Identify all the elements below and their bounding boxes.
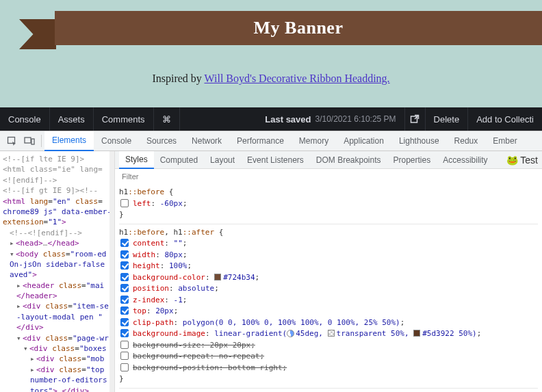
frog-icon[interactable]: 🐸 Test bbox=[506, 155, 538, 166]
dom-node[interactable]: number-of-editors bbox=[30, 376, 107, 384]
codepen-shortcuts-button[interactable]: ⌘ bbox=[154, 107, 180, 131]
styles-filter bbox=[115, 169, 542, 184]
element-picker-button[interactable] bbox=[4, 133, 19, 148]
delete-button[interactable]: Delete bbox=[426, 107, 469, 131]
inspect-icon bbox=[7, 136, 17, 146]
last-saved-time: 3/10/2021 6:10:25 PM bbox=[315, 114, 396, 124]
angle-icon[interactable] bbox=[287, 330, 294, 337]
tab-network[interactable]: Network bbox=[184, 131, 229, 151]
codepen-toolbar: Console Assets Comments ⌘ Last saved 3/1… bbox=[0, 107, 542, 131]
tab-console[interactable]: Console bbox=[94, 131, 139, 151]
tab-ember[interactable]: Ember bbox=[485, 131, 524, 151]
devtools-panel: Elements Console Sources Network Perform… bbox=[0, 131, 542, 392]
tab-redux[interactable]: Redux bbox=[447, 131, 486, 151]
css-rule[interactable]: h1::before { left: -60px; } bbox=[119, 187, 538, 224]
subtab-event-listeners[interactable]: Event Listeners bbox=[241, 151, 310, 169]
tab-application[interactable]: Application bbox=[336, 131, 391, 151]
last-saved: Last saved 3/10/2021 6:10:25 PM bbox=[257, 107, 404, 131]
device-icon bbox=[24, 136, 35, 146]
toggle-checkbox[interactable] bbox=[120, 199, 129, 207]
tab-elements[interactable]: Elements bbox=[44, 131, 94, 151]
css-value[interactable]: -60px bbox=[160, 199, 183, 208]
popout-icon bbox=[410, 114, 420, 124]
tab-lighthouse[interactable]: Lighthouse bbox=[391, 131, 447, 151]
codepen-comments-button[interactable]: Comments bbox=[94, 107, 154, 131]
toggle-checkbox[interactable] bbox=[120, 261, 129, 270]
last-saved-label: Last saved bbox=[265, 114, 311, 125]
dom-tree[interactable]: <!--[if lte IE 9]> <html class="ie" lang… bbox=[0, 151, 115, 392]
device-toggle-button[interactable] bbox=[22, 133, 37, 148]
codepen-console-button[interactable]: Console bbox=[0, 107, 50, 131]
color-swatch[interactable] bbox=[328, 330, 335, 337]
preview-pane: My Banner Inspired by Will Boyd's Decora… bbox=[0, 0, 542, 107]
toggle-checkbox[interactable] bbox=[120, 329, 129, 337]
toggle-checkbox[interactable] bbox=[120, 284, 129, 292]
toggle-checkbox[interactable] bbox=[120, 318, 129, 326]
dom-node[interactable]: <html class="ie" lang= bbox=[3, 165, 103, 174]
svg-rect-1 bbox=[8, 137, 14, 143]
toggle-checkbox[interactable] bbox=[120, 296, 129, 304]
svg-rect-2 bbox=[25, 138, 31, 143]
css-rules-list[interactable]: h1::before { left: -60px; } h1::before, … bbox=[115, 184, 542, 392]
banner-ribbon: My Banner bbox=[55, 11, 542, 45]
subtab-properties[interactable]: Properties bbox=[387, 151, 437, 169]
styles-filter-input[interactable] bbox=[115, 169, 542, 184]
credit-prefix: Inspired by bbox=[152, 73, 204, 84]
credit-link[interactable]: Will Boyd's Decorative Ribbon Headding. bbox=[205, 73, 390, 84]
subtab-computed[interactable]: Computed bbox=[154, 151, 204, 169]
subtab-accessibility[interactable]: Accessibility bbox=[437, 151, 493, 169]
divider bbox=[41, 135, 42, 147]
dom-node[interactable]: On-jsOn sidebar-false bbox=[10, 260, 105, 269]
credit-line: Inspired by Will Boyd's Decorative Ribbo… bbox=[0, 73, 542, 85]
dom-node[interactable]: <!--<![endif]--> bbox=[10, 228, 82, 237]
toggle-checkbox[interactable] bbox=[120, 250, 129, 259]
banner-title: My Banner bbox=[254, 18, 344, 38]
styles-pane: Styles Computed Layout Event Listeners D… bbox=[115, 151, 542, 392]
dom-node[interactable]: chrome89 js" data-ember- bbox=[3, 207, 112, 216]
css-rule[interactable]: h1::before, h1::after { content: ""; wid… bbox=[119, 227, 538, 389]
command-icon: ⌘ bbox=[162, 114, 171, 125]
subtab-styles[interactable]: Styles bbox=[119, 151, 154, 169]
devtools-tab-bar: Elements Console Sources Network Perform… bbox=[0, 131, 542, 151]
css-prop[interactable]: left bbox=[133, 199, 151, 208]
dom-node[interactable]: <!--[if gt IE 9]><!-- bbox=[3, 186, 98, 195]
toggle-checkbox[interactable] bbox=[120, 363, 129, 371]
toggle-checkbox[interactable] bbox=[120, 239, 129, 247]
svg-rect-3 bbox=[31, 139, 34, 144]
ribbon-tail bbox=[19, 19, 56, 49]
tab-memory[interactable]: Memory bbox=[292, 131, 336, 151]
subtab-dom-breakpoints[interactable]: DOM Breakpoints bbox=[310, 151, 387, 169]
toggle-checkbox[interactable] bbox=[120, 273, 129, 281]
subtab-layout[interactable]: Layout bbox=[204, 151, 241, 169]
color-swatch[interactable] bbox=[413, 330, 420, 337]
styles-subtabs: Styles Computed Layout Event Listeners D… bbox=[115, 151, 542, 169]
codepen-assets-button[interactable]: Assets bbox=[50, 107, 94, 131]
tab-performance[interactable]: Performance bbox=[229, 131, 292, 151]
dom-node[interactable]: <!--[if lte IE 9]> bbox=[3, 155, 84, 164]
add-collection-button[interactable]: Add to Collecti bbox=[468, 107, 542, 131]
toggle-checkbox[interactable] bbox=[120, 306, 129, 315]
tab-sources[interactable]: Sources bbox=[139, 131, 184, 151]
toggle-checkbox[interactable] bbox=[120, 352, 129, 360]
color-swatch[interactable] bbox=[214, 274, 221, 280]
dom-node[interactable]: <![endif]--> bbox=[3, 176, 57, 185]
popout-button[interactable] bbox=[405, 107, 426, 131]
toggle-checkbox[interactable] bbox=[120, 341, 129, 349]
